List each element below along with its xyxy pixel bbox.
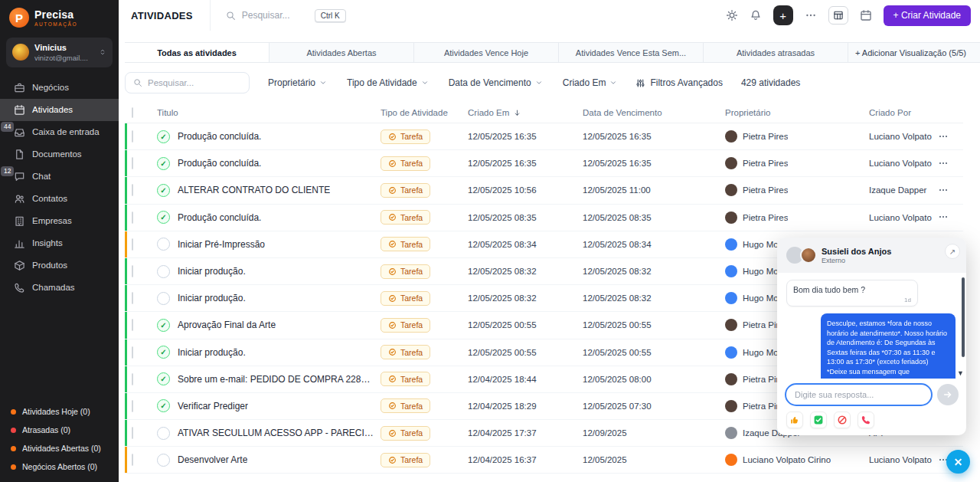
activities-count: 429 atividades <box>741 77 800 88</box>
global-search-input[interactable]: Pesquisar... <box>226 10 315 21</box>
created-at: 12/04/2025 18:29 <box>462 402 577 411</box>
sidebar-counter-label: Atrasadas (0) <box>22 425 70 434</box>
table-row[interactable]: Produção concluída. Tarefa 12/05/2025 16… <box>125 123 963 150</box>
task-check-icon <box>388 186 397 195</box>
table-view-button[interactable] <box>828 6 848 25</box>
row-checkbox[interactable] <box>132 238 133 251</box>
sidebar-item[interactable]: Contatos <box>0 188 119 210</box>
row-checkbox[interactable] <box>132 211 133 224</box>
row-checkbox[interactable] <box>132 427 133 439</box>
row-checkbox[interactable] <box>132 130 133 143</box>
filter-search-input[interactable]: Pesquisar... <box>125 72 250 93</box>
advanced-filters-button[interactable]: Filtros Avançados <box>635 77 723 88</box>
view-tabs: Todas as atividades Atividades Abertas A… <box>125 43 848 62</box>
col-title[interactable]: Titulo <box>151 108 374 117</box>
scroll-down-icon[interactable]: ▼ <box>957 369 964 377</box>
theme-icon[interactable] <box>726 9 738 21</box>
col-criado-por[interactable]: Criado Por <box>863 108 936 117</box>
row-checkbox[interactable] <box>132 157 133 169</box>
filter-dropdown[interactable]: Proprietário <box>268 77 327 88</box>
sidebar-counter-label: Atividades Abertas (0) <box>22 444 101 453</box>
row-checkbox[interactable] <box>132 400 133 412</box>
sidebar-item[interactable]: Chamadas <box>0 277 119 299</box>
sidebar-counter-item[interactable]: Atividades Hoje (0) <box>11 402 119 421</box>
row-checkbox[interactable] <box>132 454 133 466</box>
view-tab[interactable]: Atividades Vence Hoje <box>414 43 559 62</box>
chat-reply-input[interactable] <box>785 383 933 406</box>
reaction-button[interactable] <box>858 412 874 428</box>
row-checkbox[interactable] <box>132 184 133 196</box>
sidebar-counter-item[interactable]: Atividades Abertas (0) <box>11 439 119 457</box>
row-checkbox[interactable] <box>132 265 133 277</box>
sidebar-counter-item[interactable]: Negócios Abertos (0) <box>11 457 119 476</box>
activity-title: Iniciar produção. <box>178 347 246 358</box>
sidebar-item[interactable]: Negócios <box>0 77 119 99</box>
filter-dropdown[interactable]: Tipo de Atividade <box>347 77 429 88</box>
view-tab[interactable]: Atividades Abertas <box>270 43 414 62</box>
col-criado-em[interactable]: Criado Em <box>462 108 577 117</box>
add-view-button[interactable]: + Adicionar Visualização (5/5) <box>855 43 980 62</box>
sidebar-item-icon <box>14 215 25 227</box>
sidebar-item[interactable]: Atividades <box>0 99 119 121</box>
reaction-button[interactable] <box>810 412 827 428</box>
reaction-button[interactable] <box>786 412 803 428</box>
sidebar-item[interactable]: Empresas <box>0 210 119 232</box>
user-menu[interactable]: Vinicius vinizot@gmail.... <box>6 38 113 67</box>
select-all-checkbox[interactable] <box>132 107 133 118</box>
sidebar-item-label: Chat <box>32 172 51 181</box>
row-checkbox[interactable] <box>132 373 133 385</box>
row-checkbox[interactable] <box>132 292 133 304</box>
chat-close-button[interactable]: ✕ <box>946 450 970 474</box>
chat-scrollbar[interactable] <box>962 277 965 357</box>
filter-dropdown-label: Tipo de Atividade <box>347 77 417 88</box>
table-row[interactable]: Produção concluída. Tarefa 12/05/2025 08… <box>125 205 963 231</box>
create-activity-button[interactable]: + Criar Atividade <box>884 5 971 26</box>
row-checkbox[interactable] <box>132 346 133 359</box>
owner-cell: Luciano Volpato Cirino <box>719 454 863 466</box>
col-tipo[interactable]: Tipo de Atividade <box>374 108 462 117</box>
contact-avatar <box>800 247 817 264</box>
chat-expand-button[interactable]: ↗ <box>945 244 960 259</box>
activity-title: Produção concluída. <box>178 212 261 223</box>
reaction-button[interactable] <box>834 412 851 428</box>
sidebar-counter-item[interactable]: Atrasadas (0) <box>11 421 119 439</box>
row-actions-button[interactable] <box>936 130 951 143</box>
row-actions-button[interactable] <box>936 183 951 197</box>
view-tab[interactable]: Atividades atrasadas <box>704 43 848 62</box>
topbar-actions: + + Criar Atividade <box>726 5 971 26</box>
sidebar-item[interactable]: 44 Caixa de entrada <box>0 121 119 143</box>
activity-type-badge: Tarefa <box>381 264 430 279</box>
table-header-row: Titulo Tipo de Atividade Criado Em Data … <box>125 103 963 123</box>
row-checkbox[interactable] <box>132 319 133 331</box>
send-button[interactable] <box>937 384 959 405</box>
row-actions-button[interactable] <box>936 210 951 224</box>
chat-contact-name: Susieli dos Anjos <box>822 246 891 257</box>
calendar-view-button[interactable] <box>860 9 872 21</box>
activity-title: Iniciar produção. <box>178 293 246 303</box>
sidebar-item[interactable]: 12 Chat <box>0 166 119 188</box>
more-options-button[interactable] <box>805 9 817 21</box>
created-at: 12/05/2025 16:35 <box>462 159 577 168</box>
filter-dropdown[interactable]: Criado Em <box>563 77 618 88</box>
filter-dropdown[interactable]: Data de Vencimento <box>449 77 543 88</box>
sidebar-item[interactable]: Documentos <box>0 143 119 166</box>
keyboard-shortcut-badge: Ctrl K <box>315 9 346 22</box>
row-actions-button[interactable] <box>936 156 951 170</box>
col-proprietario[interactable]: Proprietário <box>719 108 863 117</box>
logo: P Precisa AUTOMAÇÃO <box>0 0 119 34</box>
view-tab[interactable]: Atividades Vence Esta Sem... <box>559 43 704 62</box>
col-vencimento[interactable]: Data de Vencimento <box>577 108 719 117</box>
sidebar-item-icon <box>14 149 25 160</box>
quick-add-button[interactable]: + <box>773 5 793 25</box>
notifications-bell-icon[interactable] <box>750 9 762 21</box>
chevron-down-icon <box>421 79 429 87</box>
status-dot-icon <box>11 428 16 433</box>
table-row[interactable]: Desenvolver Arte Tarefa 12/04/2025 16:37… <box>125 447 963 474</box>
view-tab[interactable]: Todas as atividades <box>125 43 270 62</box>
sidebar-item[interactable]: Produtos <box>0 254 119 277</box>
owner-name: Pietra Pires <box>743 185 788 195</box>
sidebar-item[interactable]: Insights <box>0 232 119 254</box>
task-check-icon <box>388 159 397 168</box>
table-row[interactable]: Produção concluída. Tarefa 12/05/2025 16… <box>125 150 963 177</box>
table-row[interactable]: ALTERAR CONTRATO DO CLIENTE Tarefa 12/05… <box>125 177 963 204</box>
